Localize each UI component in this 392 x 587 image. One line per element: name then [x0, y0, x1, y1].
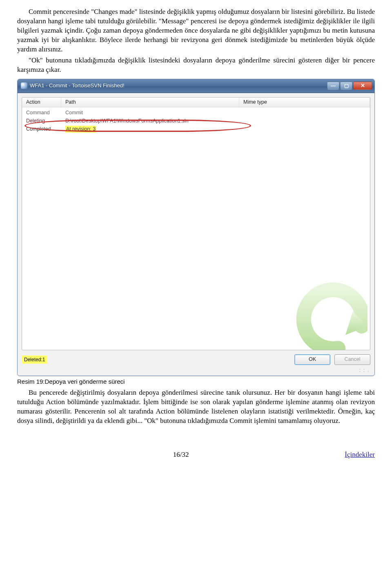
cell-path: At revision: 3 — [61, 126, 370, 133]
maximize-button[interactable]: ▢ — [340, 82, 352, 90]
paragraph-2: "Ok" butonuna tıkladığımızda değişiklik … — [17, 56, 375, 75]
deleted-count-badge: Deleted:1 — [22, 356, 47, 364]
tortoisesvn-arrow-icon — [294, 282, 368, 350]
paragraph-3: Bu pencerede değiştirilmiş dosyaların de… — [17, 388, 375, 426]
figure-caption: Resim 19:Depoya veri gönderme süreci — [17, 378, 375, 386]
minimize-button[interactable]: — — [327, 82, 339, 90]
toc-link[interactable]: İçindekiler — [345, 450, 375, 460]
status-row: Deleted:1 OK Cancel — [22, 354, 370, 365]
app-icon — [21, 82, 27, 89]
cell-action: Deleting — [22, 118, 61, 125]
list-row: Completed At revision: 3 — [22, 125, 370, 133]
minimize-icon: — — [331, 82, 336, 89]
cell-action: Command — [22, 109, 61, 116]
list-row: Deleting D:\root\Desktop\WFA1\WindowsFor… — [22, 117, 370, 125]
window-controls: — ▢ ✕ — [327, 82, 372, 90]
list-body: Command Commit Deleting D:\root\Desktop\… — [22, 107, 370, 133]
cell-action: Completed — [22, 126, 61, 133]
page-number: 16/32 — [173, 450, 189, 460]
client-area: Action Path Mime type Command Commit Del… — [18, 93, 374, 376]
list-header: Action Path Mime type — [22, 98, 370, 107]
progress-list: Action Path Mime type Command Commit Del… — [22, 97, 370, 350]
screenshot-window: WFA1 - Commit - TortoiseSVN Finished! — … — [17, 79, 375, 376]
close-icon: ✕ — [361, 82, 365, 89]
resize-grip-icon[interactable]: . .. . . — [359, 367, 370, 372]
maximize-icon: ▢ — [344, 82, 349, 89]
paragraph-1: Commit penceresinde "Changes made" liste… — [17, 7, 375, 54]
window-title: WFA1 - Commit - TortoiseSVN Finished! — [30, 82, 125, 89]
column-action[interactable]: Action — [22, 98, 61, 107]
page-footer: 16/32 İçindekiler — [17, 450, 375, 460]
column-path[interactable]: Path — [61, 98, 239, 107]
status-left: Deleted:1 — [22, 356, 47, 363]
close-button[interactable]: ✕ — [353, 82, 372, 90]
list-row: Command Commit — [22, 109, 370, 117]
cell-path: D:\root\Desktop\WFA1\WindowsFormsApplica… — [61, 118, 370, 125]
dialog-window: WFA1 - Commit - TortoiseSVN Finished! — … — [17, 79, 375, 376]
cell-path: Commit — [61, 109, 370, 116]
revision-highlight: At revision: 3 — [65, 126, 96, 133]
dialog-buttons: OK Cancel — [294, 354, 370, 365]
ok-button[interactable]: OK — [294, 354, 330, 365]
titlebar[interactable]: WFA1 - Commit - TortoiseSVN Finished! — … — [18, 79, 374, 93]
cancel-button: Cancel — [334, 354, 370, 365]
column-mime[interactable]: Mime type — [239, 98, 370, 107]
